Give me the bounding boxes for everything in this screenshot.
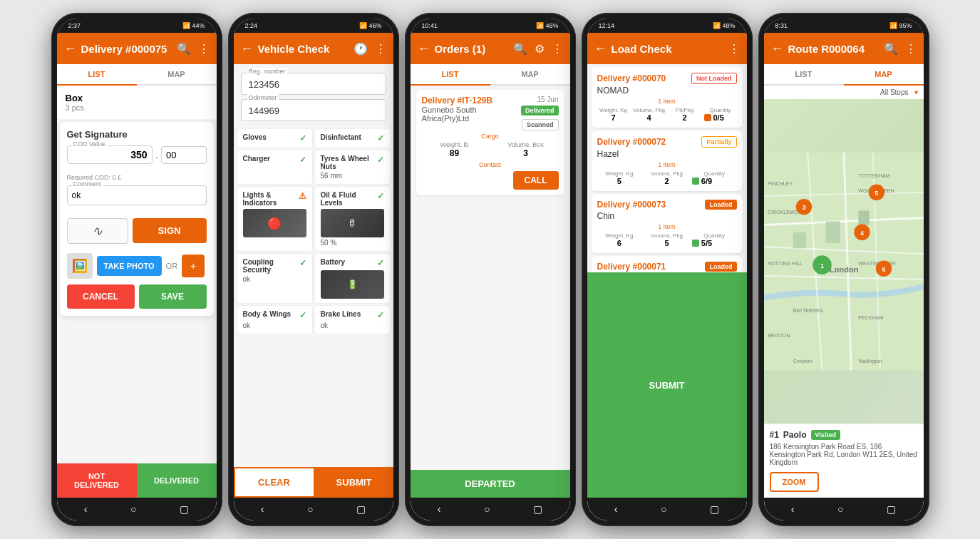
delivered-button[interactable]: DELIVERED (137, 463, 217, 498)
qty-val-72: 6/9 (692, 177, 737, 185)
back-btn-4[interactable]: ← (594, 41, 607, 56)
route-stop-1: #1 Paolo Visited 186 Kensington Park Roa… (770, 430, 918, 466)
nav-recent-1[interactable]: ▢ (180, 503, 189, 515)
more-icon-4[interactable]: ⋮ (728, 42, 740, 56)
nav-back-4[interactable]: ‹ (614, 503, 618, 515)
zoom-button[interactable]: ZOOM (770, 472, 819, 492)
battery-image: 🔋 (321, 270, 384, 299)
submit-button-2[interactable]: SUBMIT (315, 467, 393, 498)
cod-dec: 00 (166, 150, 202, 160)
nav-recent-3[interactable]: ▢ (533, 503, 542, 515)
sig-box[interactable]: ∿ (67, 218, 128, 244)
check-lights-name: Lights & Indicators ⚠ (243, 191, 306, 207)
volume-label-72: Volume, Pkg (644, 170, 689, 177)
screen-content-4: Delivery #000070 Not Loaded NOMAD 1 item… (587, 64, 747, 272)
tab-list-1[interactable]: LIST (57, 64, 137, 86)
oil-value: 50 % (321, 239, 384, 247)
back-btn-2[interactable]: ← (241, 41, 254, 56)
gloves-ok-icon: ✓ (299, 133, 306, 143)
check-oil[interactable]: Oil & Fluid Levels ✓ 🛢 50 % (314, 186, 391, 252)
header-3: ← Orders (1) 🔍 ⚙ ⋮ (411, 33, 570, 64)
nav-recent-5[interactable]: ▢ (887, 503, 896, 515)
comment-value: ok (72, 190, 202, 200)
cod-dec-input[interactable]: 00 (161, 146, 207, 164)
check-coupling[interactable]: Coupling Security ✓ ok (237, 253, 313, 304)
photo-row: 🖼️ TAKE PHOTO OR + (67, 253, 207, 279)
more-icon-5[interactable]: ⋮ (905, 42, 917, 56)
nav-back-2[interactable]: ‹ (261, 503, 264, 515)
back-btn-1[interactable]: ← (64, 41, 77, 56)
submit-button-4[interactable]: SUBMIT (587, 272, 747, 498)
svg-rect-10 (793, 232, 805, 248)
check-brake[interactable]: Brake Lines ✓ ok (314, 305, 391, 334)
check-charger[interactable]: Charger ✓ (237, 150, 313, 185)
nav-back-3[interactable]: ‹ (438, 503, 441, 515)
search-icon-1[interactable]: 🔍 (177, 42, 191, 56)
sign-button[interactable]: SIGN (133, 218, 207, 243)
clear-button-2[interactable]: CLEAR (234, 467, 315, 498)
check-lights[interactable]: Lights & Indicators ⚠ 🔴 (237, 186, 313, 252)
svg-text:BRIXTON: BRIXTON (768, 333, 790, 339)
comment-box[interactable]: Comment ok (67, 185, 207, 205)
check-tyres[interactable]: Tyres & Wheel Nuts ✓ 56 mm (314, 150, 391, 185)
more-icon-1[interactable]: ⋮ (198, 42, 210, 56)
back-btn-5[interactable]: ← (771, 41, 784, 56)
icons-4: 📶 48% (713, 22, 736, 29)
not-delivered-button[interactable]: NOT DELIVERED (57, 463, 137, 498)
tab-map-3[interactable]: MAP (490, 64, 570, 84)
more-icon-2[interactable]: ⋮ (375, 42, 386, 56)
map-area[interactable]: London FINCHLEY TOTTENHAM WOOD GREEN CRI… (764, 99, 924, 423)
battery-ok-icon: ✓ (377, 258, 384, 268)
cod-input[interactable]: COD Value 350 (67, 145, 153, 164)
clock-icon-2[interactable]: 🕐 (354, 42, 368, 56)
tab-list-3[interactable]: LIST (411, 64, 490, 86)
nav-back-1[interactable]: ‹ (84, 503, 88, 515)
filter-bar: All Stops ▾ (764, 86, 924, 99)
nav-home-2[interactable]: ○ (307, 503, 313, 515)
tab-map-1[interactable]: MAP (137, 64, 217, 84)
svg-text:1: 1 (820, 262, 823, 270)
nav-home-1[interactable]: ○ (130, 503, 136, 515)
check-body[interactable]: Body & Wings ✓ ok (237, 305, 313, 334)
nav-back-5[interactable]: ‹ (791, 503, 795, 515)
phones-container: 2:37 📶 44% ← Delivery #000075 🔍 ⋮ LIST M… (44, 6, 937, 533)
items-row-70: Weight, Kg 7 Volume, Pkg 4 Plt/Pkg 2 Q (597, 107, 737, 122)
departed-button[interactable]: DEPARTED (411, 470, 570, 498)
time-3: 10:41 (422, 22, 438, 29)
lights-img-icon: 🔴 (267, 217, 282, 230)
filter-label[interactable]: All Stops (880, 88, 908, 96)
nav-recent-2[interactable]: ▢ (356, 503, 366, 515)
tab-list-5[interactable]: LIST (764, 64, 844, 84)
time-4: 12:14 (599, 22, 615, 29)
call-button[interactable]: CALL (513, 171, 559, 190)
check-gloves[interactable]: Gloves ✓ (237, 128, 313, 148)
check-disinfectant[interactable]: Disinfectant ✓ (314, 128, 391, 148)
nav-home-4[interactable]: ○ (661, 503, 666, 515)
brake-value: ok (321, 322, 384, 329)
back-btn-3[interactable]: ← (418, 41, 430, 56)
filter-dropdown-icon[interactable]: ▾ (914, 88, 918, 96)
save-button[interactable]: SAVE (139, 284, 207, 309)
nav-home-5[interactable]: ○ (837, 503, 843, 515)
cancel-button[interactable]: CANCEL (67, 284, 135, 309)
search-icon-5[interactable]: 🔍 (884, 42, 898, 56)
search-icon-3[interactable]: 🔍 (513, 42, 527, 56)
take-photo-button[interactable]: TAKE PHOTO (97, 256, 162, 276)
add-photo-button[interactable]: + (182, 255, 205, 277)
del-name-72: Hazel (597, 149, 737, 159)
sig-wavy: ∿ (92, 223, 103, 239)
svg-text:3: 3 (802, 204, 805, 211)
nav-home-3[interactable]: ○ (484, 503, 490, 515)
badge-scanned: Scanned (522, 119, 559, 130)
odometer-field[interactable]: Odometer 144969 (241, 99, 386, 121)
bottom-actions-1: NOT DELIVERED DELIVERED (57, 463, 217, 498)
col-volume-70: Volume, Pkg 4 (633, 107, 666, 122)
phone1: 2:37 📶 44% ← Delivery #000075 🔍 ⋮ LIST M… (51, 13, 222, 526)
reg-number-field[interactable]: Reg. number 123456 (241, 73, 386, 95)
more-icon-3[interactable]: ⋮ (552, 42, 563, 56)
filter-icon-3[interactable]: ⚙ (535, 42, 545, 56)
tab-map-5[interactable]: MAP (844, 64, 924, 86)
check-battery[interactable]: Battery ✓ 🔋 (314, 253, 391, 304)
nav-recent-4[interactable]: ▢ (710, 503, 719, 515)
stop-name: Paolo (783, 430, 807, 440)
